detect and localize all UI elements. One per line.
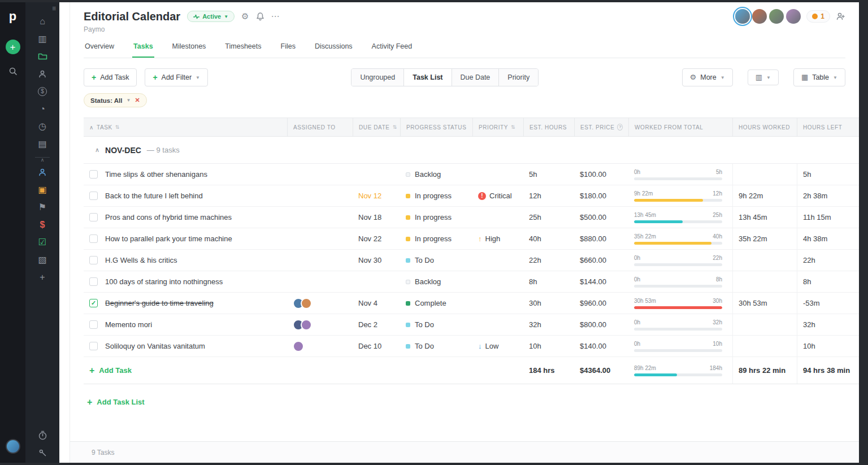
- task-name[interactable]: How to parallel park your time machine: [105, 234, 232, 243]
- progress-status[interactable]: In progress: [400, 228, 472, 249]
- progress-status[interactable]: To Do: [400, 250, 472, 271]
- columns-button[interactable]: ▥ ▼: [748, 69, 779, 85]
- progress-status[interactable]: In progress: [400, 185, 472, 206]
- client-person-icon[interactable]: [34, 163, 51, 181]
- add-task-button[interactable]: + Add Task: [84, 68, 137, 86]
- billing-dollar-icon[interactable]: $: [34, 216, 51, 233]
- search-icon[interactable]: [8, 67, 18, 77]
- table-row[interactable]: ✓ 100 days of staring into nothingness B…: [84, 271, 859, 293]
- tab-activity-feed[interactable]: Activity Feed: [371, 37, 414, 58]
- add-task-list-button[interactable]: + Add Task List: [87, 398, 145, 406]
- task-checkbox[interactable]: ✓: [89, 234, 98, 243]
- column-header-progress-status[interactable]: PROGRESS STATUS: [400, 118, 472, 136]
- task-checkbox[interactable]: ✓: [89, 192, 98, 200]
- timer-icon[interactable]: [34, 427, 51, 444]
- gallery-icon[interactable]: ▧: [34, 251, 51, 268]
- add-module-icon[interactable]: +: [34, 268, 51, 286]
- table-row[interactable]: ✓ Memento mori Dec 2 To Do 32h $800.00 0…: [84, 314, 859, 336]
- collapse-group-icon[interactable]: ∧: [95, 146, 99, 154]
- tab-tasks[interactable]: Tasks: [132, 37, 154, 58]
- settings-wrench-icon[interactable]: [34, 444, 51, 462]
- member-avatar[interactable]: [752, 9, 767, 24]
- user-avatar[interactable]: [6, 439, 20, 454]
- task-name[interactable]: 100 days of staring into nothingness: [105, 277, 223, 286]
- table-row[interactable]: ✓ Pros and cons of hybrid time machines …: [84, 207, 859, 228]
- table-row[interactable]: ✓ H.G Wells & his critics Nov 30 To Do 2…: [84, 250, 859, 271]
- task-checkbox[interactable]: ✓: [89, 299, 98, 307]
- status-filter-chip[interactable]: Status: All ▼ ✕: [84, 93, 147, 107]
- tab-files[interactable]: Files: [280, 37, 297, 58]
- home-icon[interactable]: ⌂: [34, 12, 51, 30]
- reports-pie-icon[interactable]: ◔: [34, 100, 51, 118]
- progress-status[interactable]: To Do: [400, 336, 472, 357]
- progress-status[interactable]: In progress: [400, 207, 472, 228]
- more-button[interactable]: ⚙ More ▼: [682, 68, 733, 86]
- planner-icon[interactable]: ▤: [34, 135, 51, 153]
- table-row[interactable]: ✓ Beginner's guide to time traveling Nov…: [84, 293, 859, 314]
- progress-status[interactable]: To Do: [400, 314, 472, 335]
- task-checkbox[interactable]: ✓: [89, 277, 98, 286]
- more-options-ellipsis-icon[interactable]: ⋯: [271, 11, 280, 21]
- column-header-hours-worked[interactable]: HOURS WORKED: [732, 118, 797, 136]
- table-row[interactable]: ✓ How to parallel park your time machine…: [84, 228, 859, 250]
- column-header-priority[interactable]: PRIORITY⇅: [472, 118, 523, 136]
- notification-counter[interactable]: 1: [806, 10, 830, 23]
- task-name[interactable]: Beginner's guide to time traveling: [105, 299, 214, 307]
- remove-filter-icon[interactable]: ✕: [134, 97, 140, 104]
- progress-status[interactable]: Complete: [400, 293, 472, 314]
- column-header-est-hours[interactable]: EST. HOURS: [523, 118, 574, 136]
- progress-status[interactable]: Backlog: [400, 271, 472, 292]
- task-checkbox[interactable]: ✓: [89, 213, 98, 221]
- add-filter-button[interactable]: + Add Filter ▼: [145, 68, 208, 86]
- table-row[interactable]: ✓ Time slips & other shenanigans Backlog…: [84, 164, 859, 185]
- task-checkbox[interactable]: ✓: [89, 320, 98, 329]
- view-mode-button[interactable]: ▦ Table ▼: [793, 68, 845, 86]
- task-checkbox[interactable]: ✓: [89, 256, 98, 264]
- tasks-check-icon[interactable]: ☑: [34, 233, 51, 251]
- column-header-assigned-to[interactable]: ASSIGNED TO: [287, 118, 353, 136]
- project-status-badge[interactable]: Active ▼: [187, 11, 235, 22]
- tab-overview[interactable]: Overview: [84, 37, 115, 58]
- invite-person-icon[interactable]: [836, 12, 845, 21]
- member-avatar[interactable]: [769, 9, 784, 24]
- global-add-button[interactable]: +: [6, 40, 20, 54]
- time-clock-icon[interactable]: ◷: [34, 118, 51, 135]
- box-icon[interactable]: ▣: [34, 181, 51, 198]
- progress-status[interactable]: Backlog: [400, 164, 472, 185]
- tab-timesheets[interactable]: Timesheets: [224, 37, 262, 58]
- table-row[interactable]: ✓ Soliloquy on Vanitas vanitatum Dec 10 …: [84, 336, 859, 357]
- flag-icon[interactable]: ⚑: [34, 198, 51, 216]
- column-header-hours-left[interactable]: HOURS LEFT: [797, 118, 859, 136]
- tab-discussions[interactable]: Discussions: [314, 37, 354, 58]
- group-by-priority[interactable]: Priority: [499, 69, 538, 86]
- task-checkbox[interactable]: ✓: [89, 342, 98, 350]
- task-name[interactable]: Pros and cons of hybrid time machines: [105, 213, 232, 221]
- tab-milestones[interactable]: Milestones: [171, 37, 207, 58]
- task-name[interactable]: H.G Wells & his critics: [105, 256, 177, 264]
- member-avatars[interactable]: [735, 9, 801, 24]
- add-task-inline-button[interactable]: + Add Task: [89, 366, 132, 375]
- project-settings-gear-icon[interactable]: ⚙: [241, 11, 249, 21]
- column-header-task[interactable]: ∧TASK⇅: [84, 118, 287, 136]
- group-by-ungrouped[interactable]: Ungrouped: [351, 69, 404, 86]
- invoices-icon[interactable]: $: [34, 82, 51, 100]
- group-by-due-date[interactable]: Due Date: [452, 69, 500, 86]
- task-name[interactable]: Back to the future I left behind: [105, 192, 203, 200]
- column-header-due-date[interactable]: DUE DATE⇅: [353, 118, 400, 136]
- task-group-header[interactable]: ∧ NOV-DEC — 9 tasks: [84, 137, 859, 164]
- member-avatar[interactable]: [735, 9, 750, 24]
- column-header-worked-from-total[interactable]: WORKED FROM TOTAL: [628, 118, 732, 136]
- group-by-task-list[interactable]: Task List: [404, 69, 452, 86]
- member-avatar[interactable]: [786, 9, 801, 24]
- kanban-icon[interactable]: ▥: [34, 30, 51, 47]
- table-row[interactable]: ✓ Back to the future I left behind Nov 1…: [84, 185, 859, 207]
- task-name[interactable]: Memento mori: [105, 320, 152, 329]
- task-name[interactable]: Time slips & other shenanigans: [105, 170, 207, 179]
- column-header-est-price[interactable]: EST. PRICE?: [574, 118, 628, 136]
- contacts-icon[interactable]: [34, 65, 51, 82]
- notifications-bell-icon[interactable]: [256, 12, 264, 21]
- task-checkbox[interactable]: ✓: [89, 170, 98, 179]
- task-name[interactable]: Soliloquy on Vanitas vanitatum: [105, 342, 205, 350]
- collapse-sidebar-icon[interactable]: ≡: [52, 5, 56, 12]
- projects-folder-icon[interactable]: [34, 47, 51, 65]
